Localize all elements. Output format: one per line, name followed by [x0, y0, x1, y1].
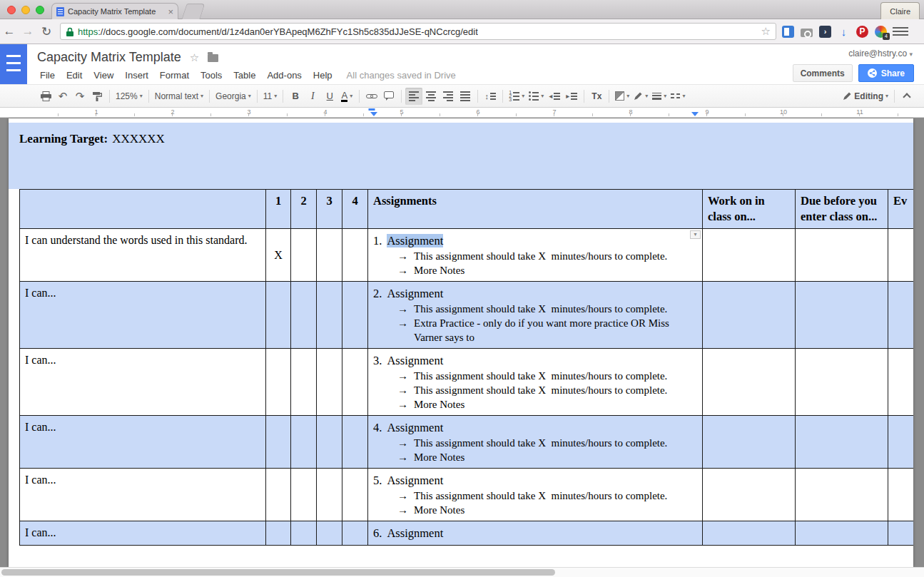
statement-cell[interactable]: I can... — [20, 282, 266, 349]
line-spacing-button[interactable]: ↕ — [482, 88, 499, 105]
evidence-cell[interactable] — [888, 416, 914, 469]
comments-button[interactable]: Comments — [793, 64, 853, 82]
browser-tab[interactable]: Capacity Matrix Template × — [51, 3, 178, 19]
header-mark-cell[interactable]: 4 — [342, 190, 368, 229]
evidence-cell[interactable] — [888, 229, 914, 282]
border-dash-button[interactable]: ▾ — [669, 88, 687, 105]
assignment-cell[interactable]: 4.Assignment→This assignment should take… — [368, 416, 703, 469]
bulleted-list-button[interactable]: ▾ — [527, 88, 546, 105]
mark-cell[interactable] — [342, 521, 368, 546]
document-page[interactable]: Learning Target:XXXXXX 1 2 3 4 Assignmen… — [9, 118, 913, 567]
extension-icon-6[interactable]: 4 — [875, 26, 887, 38]
border-width-button[interactable]: ▾ — [650, 88, 669, 105]
extension-icon-1[interactable] — [782, 26, 794, 38]
forward-button[interactable]: → — [19, 24, 37, 39]
align-center-button[interactable] — [422, 88, 440, 105]
move-to-folder-icon[interactable] — [208, 54, 218, 62]
text-color-button[interactable]: A▾ — [338, 88, 355, 105]
learning-target-band[interactable]: Learning Target:XXXXXX — [9, 123, 913, 189]
statement-cell[interactable]: I can... — [20, 349, 266, 416]
mark-cell[interactable] — [291, 282, 317, 349]
mark-cell[interactable] — [342, 349, 368, 416]
menu-edit[interactable]: Edit — [61, 68, 88, 82]
ruler[interactable]: 1234567891011 — [0, 108, 924, 118]
justify-button[interactable] — [457, 88, 474, 105]
due-before-cell[interactable] — [796, 469, 888, 521]
print-button[interactable] — [37, 88, 54, 105]
fill-color-button[interactable]: ▾ — [613, 88, 631, 105]
mark-cell[interactable] — [342, 229, 368, 282]
redo-button[interactable]: ↷ — [71, 88, 88, 105]
due-before-cell[interactable] — [796, 349, 888, 416]
mark-cell[interactable] — [317, 416, 342, 469]
menu-file[interactable]: File — [34, 68, 61, 82]
header-mark-cell[interactable]: 3 — [317, 190, 342, 229]
new-tab-button[interactable] — [181, 4, 205, 19]
mark-cell[interactable] — [342, 282, 368, 349]
statement-cell[interactable]: I can... — [20, 521, 266, 546]
paint-format-button[interactable] — [88, 88, 106, 105]
due-before-cell[interactable] — [796, 521, 888, 546]
font-size-select[interactable]: 11▾ — [261, 88, 279, 105]
mark-cell[interactable] — [317, 229, 342, 282]
mark-cell[interactable] — [342, 469, 368, 521]
mark-cell[interactable] — [291, 521, 317, 546]
due-before-cell[interactable] — [796, 229, 888, 282]
mark-cell[interactable] — [266, 349, 291, 416]
italic-button[interactable]: I — [304, 88, 321, 105]
mark-cell[interactable] — [342, 416, 368, 469]
font-select[interactable]: Georgia▾ — [213, 88, 253, 105]
paragraph-style-select[interactable]: Normal text▾ — [153, 88, 205, 105]
menu-add-ons[interactable]: Add-ons — [261, 68, 307, 82]
download-extension-icon[interactable]: ↓ — [838, 26, 850, 38]
menu-help[interactable]: Help — [308, 68, 338, 82]
mark-cell[interactable] — [266, 416, 291, 469]
address-bar[interactable]: https://docs.google.com/document/d/1z4da… — [60, 23, 776, 40]
zoom-select[interactable]: 125%▾ — [113, 88, 145, 105]
numbered-list-button[interactable]: 123 ▾ — [507, 88, 527, 105]
share-button[interactable]: Share — [858, 64, 914, 82]
align-left-button[interactable] — [405, 88, 422, 105]
bookmark-star-icon[interactable]: ☆ — [761, 25, 771, 38]
pinterest-extension-icon[interactable]: P — [856, 26, 868, 38]
statement-cell[interactable]: I can understand the words used in this … — [20, 229, 266, 282]
mark-cell[interactable] — [317, 282, 342, 349]
mark-cell[interactable] — [266, 282, 291, 349]
assignment-cell[interactable]: 3.Assignment→This assignment should take… — [368, 349, 703, 416]
mark-cell[interactable] — [317, 469, 342, 521]
evidence-cell[interactable] — [888, 469, 914, 521]
document-title[interactable]: Capacity Matrix Template — [37, 50, 181, 65]
header-due-before-cell[interactable]: Due before you enter class on... — [796, 190, 888, 229]
mark-cell[interactable] — [317, 521, 342, 546]
scrollbar-thumb[interactable] — [1, 569, 555, 576]
chrome-menu-button[interactable] — [893, 27, 908, 36]
profile-button[interactable]: Claire — [880, 2, 920, 19]
evidence-cell[interactable] — [888, 349, 914, 416]
increase-indent-button[interactable]: ▸ — [563, 88, 580, 105]
statement-cell[interactable]: I can... — [20, 416, 266, 469]
menu-tools[interactable]: Tools — [195, 68, 228, 82]
assignment-cell[interactable]: 6.Assignment — [368, 521, 703, 546]
work-on-cell[interactable] — [703, 416, 796, 469]
border-color-button[interactable]: ▾ — [631, 88, 650, 105]
star-document-icon[interactable]: ☆ — [190, 51, 199, 64]
minimize-window-button[interactable] — [21, 6, 30, 14]
pocket-extension-icon[interactable]: › — [819, 26, 831, 38]
due-before-cell[interactable] — [796, 282, 888, 349]
mark-cell[interactable] — [291, 416, 317, 469]
docs-home-button[interactable] — [0, 44, 27, 84]
work-on-cell[interactable] — [703, 521, 796, 546]
tab-close-icon[interactable]: × — [168, 7, 173, 16]
back-button[interactable]: ← — [0, 24, 19, 39]
statement-cell[interactable]: I can... — [20, 469, 266, 521]
assignment-cell[interactable]: 5.Assignment→This assignment should take… — [368, 469, 703, 521]
header-work-on-cell[interactable]: Work on in class on... — [703, 190, 796, 229]
mark-cell[interactable] — [266, 521, 291, 546]
refresh-button[interactable]: ↻ — [37, 24, 56, 39]
mode-select[interactable]: Editing▾ — [841, 88, 890, 105]
first-line-indent-marker[interactable] — [369, 108, 375, 111]
account-email[interactable]: claire@hstry.co ▾ — [848, 48, 913, 58]
collapse-toolbar-button[interactable] — [898, 88, 915, 105]
header-assignments-cell[interactable]: Assignments — [368, 190, 703, 229]
horizontal-scrollbar[interactable] — [0, 567, 924, 577]
